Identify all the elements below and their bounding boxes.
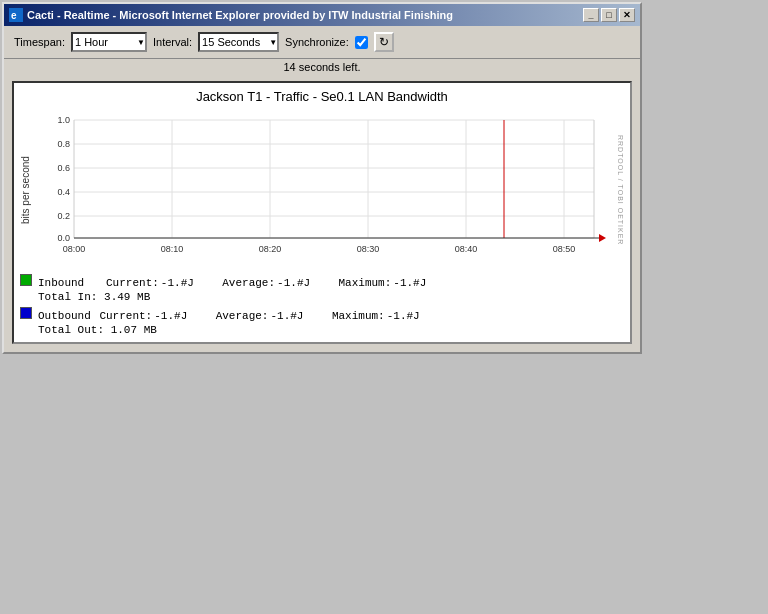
inbound-average-label: Average: (196, 277, 275, 289)
svg-text:1.0: 1.0 (57, 115, 70, 125)
outbound-current-label: Current: (93, 310, 152, 322)
app-icon: e (9, 8, 23, 22)
minimize-button[interactable]: _ (583, 8, 599, 22)
inbound-color-swatch (20, 274, 32, 286)
inbound-label: Inbound (38, 277, 84, 289)
svg-text:0.4: 0.4 (57, 187, 70, 197)
controls-bar: Timespan: 1 Hour30 Minutes2 Hours4 Hours… (4, 26, 640, 59)
timespan-select[interactable]: 1 Hour30 Minutes2 Hours4 Hours (71, 32, 147, 52)
graph-area: bits per second (20, 110, 624, 270)
inbound-maximum-label: Maximum: (312, 277, 391, 289)
svg-text:0.0: 0.0 (57, 233, 70, 243)
content-area: Jackson T1 - Traffic - Se0.1 LAN Bandwid… (4, 77, 640, 352)
timespan-label: Timespan: (14, 36, 65, 48)
outbound-maximum-label: Maximum: (305, 310, 384, 322)
svg-text:0.8: 0.8 (57, 139, 70, 149)
total-in-label: Total In: (38, 291, 97, 303)
outbound-legend-row: Outbound Current: -1.#J Average: -1.#J M… (20, 307, 624, 322)
graph-container: Jackson T1 - Traffic - Se0.1 LAN Bandwid… (12, 81, 632, 344)
svg-text:0.2: 0.2 (57, 211, 70, 221)
outbound-current-value: -1.#J (154, 310, 187, 322)
svg-text:e: e (11, 10, 17, 21)
interval-select[interactable]: 15 Seconds30 Seconds1 Minute5 Minutes (198, 32, 279, 52)
svg-text:08:30: 08:30 (357, 244, 380, 254)
graph-wrapper: 1.0 0.8 0.6 0.4 0.2 0.0 08:00 08:10 08:2… (33, 110, 615, 270)
synchronize-label: Synchronize: (285, 36, 349, 48)
outbound-average-value: -1.#J (270, 310, 303, 322)
inbound-total-row: Total In: 3.49 MB (20, 291, 624, 303)
inbound-average-value: -1.#J (277, 277, 310, 289)
title-buttons: _ □ ✕ (583, 8, 635, 22)
interval-select-wrapper[interactable]: 15 Seconds30 Seconds1 Minute5 Minutes (198, 32, 279, 52)
outbound-average-label: Average: (189, 310, 268, 322)
outbound-label: Outbound (38, 310, 91, 322)
refresh-info: 14 seconds left. (4, 59, 640, 77)
window-title: Cacti - Realtime - Microsoft Internet Ex… (27, 9, 453, 21)
outbound-total-row: Total Out: 1.07 MB (20, 324, 624, 336)
svg-text:08:00: 08:00 (63, 244, 86, 254)
svg-text:08:10: 08:10 (161, 244, 184, 254)
countdown-text: 14 seconds left. (283, 61, 360, 73)
title-bar: e Cacti - Realtime - Microsoft Internet … (4, 4, 640, 26)
legend: Inbound Current: -1.#J Average: -1.#J Ma… (20, 274, 624, 336)
y-axis-label: bits per second (20, 110, 31, 270)
total-in-value: 3.49 MB (104, 291, 150, 303)
svg-text:08:50: 08:50 (553, 244, 576, 254)
inbound-current-label: Current: (86, 277, 159, 289)
side-label: RRDTOOL / TOBI OETIKER (617, 110, 624, 270)
outbound-color-swatch (20, 307, 32, 319)
total-out-label: Total Out: (38, 324, 104, 336)
svg-text:0.6: 0.6 (57, 163, 70, 173)
total-out-value: 1.07 MB (111, 324, 157, 336)
refresh-button[interactable]: ↻ (374, 32, 394, 52)
timespan-select-wrapper[interactable]: 1 Hour30 Minutes2 Hours4 Hours (71, 32, 147, 52)
title-bar-left: e Cacti - Realtime - Microsoft Internet … (9, 8, 453, 22)
graph-svg: 1.0 0.8 0.6 0.4 0.2 0.0 08:00 08:10 08:2… (33, 110, 615, 270)
inbound-legend-row: Inbound Current: -1.#J Average: -1.#J Ma… (20, 274, 624, 289)
svg-text:08:40: 08:40 (455, 244, 478, 254)
graph-title: Jackson T1 - Traffic - Se0.1 LAN Bandwid… (20, 89, 624, 104)
outbound-maximum-value: -1.#J (387, 310, 420, 322)
inbound-current-value: -1.#J (161, 277, 194, 289)
inbound-maximum-value: -1.#J (393, 277, 426, 289)
maximize-button[interactable]: □ (601, 8, 617, 22)
svg-text:08:20: 08:20 (259, 244, 282, 254)
svg-rect-2 (44, 110, 604, 255)
close-button[interactable]: ✕ (619, 8, 635, 22)
synchronize-checkbox[interactable] (355, 36, 368, 49)
interval-label: Interval: (153, 36, 192, 48)
main-window: e Cacti - Realtime - Microsoft Internet … (2, 2, 642, 354)
